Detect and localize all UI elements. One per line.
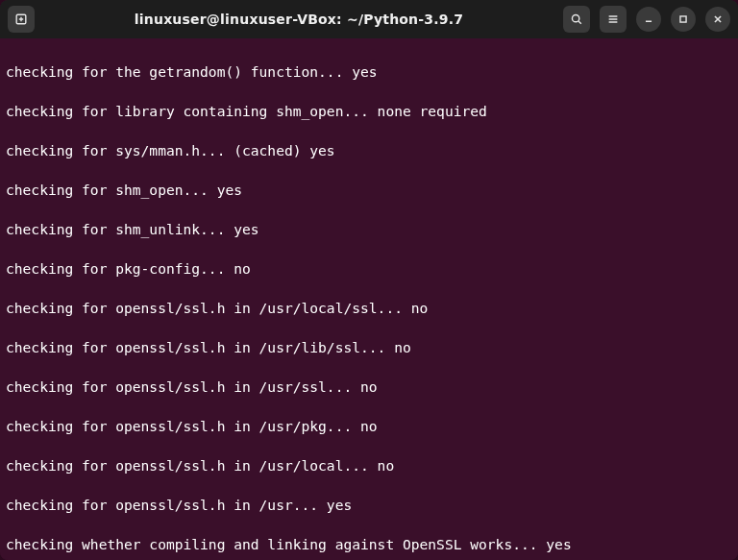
svg-line-4 xyxy=(578,21,581,24)
terminal-line: checking for openssl/ssl.h in /usr/ssl..… xyxy=(6,377,732,398)
terminal-line: checking for shm_open... yes xyxy=(6,181,732,201)
window-title: linuxuser@linuxuser-VBox: ~/Python-3.9.7 xyxy=(42,12,555,27)
search-button[interactable] xyxy=(563,6,590,33)
terminal-line: checking for openssl/ssl.h in /usr/pkg..… xyxy=(6,417,732,437)
terminal-line: checking for openssl/ssl.h in /usr/local… xyxy=(6,456,732,476)
titlebar-left xyxy=(8,6,35,33)
svg-point-3 xyxy=(572,14,578,21)
titlebar-right xyxy=(563,6,730,33)
terminal-line: checking whether compiling and linking a… xyxy=(6,535,732,555)
terminal-window: linuxuser@linuxuser-VBox: ~/Python-3.9.7… xyxy=(0,0,738,560)
terminal-line: checking for pkg-config... no xyxy=(6,259,732,280)
close-button[interactable] xyxy=(705,7,730,32)
terminal-body[interactable]: checking for the getrandom() function...… xyxy=(0,38,738,560)
minimize-button[interactable] xyxy=(636,7,661,32)
terminal-line: checking for library containing shm_open… xyxy=(6,102,732,122)
svg-rect-9 xyxy=(680,16,686,22)
terminal-line: checking for sys/mman.h... (cached) yes xyxy=(6,141,732,161)
new-tab-button[interactable] xyxy=(8,6,35,33)
terminal-line: checking for the getrandom() function...… xyxy=(6,62,732,83)
maximize-button[interactable] xyxy=(671,7,696,32)
terminal-line: checking for openssl/ssl.h in /usr... ye… xyxy=(6,496,732,516)
terminal-line: checking for openssl/ssl.h in /usr/lib/s… xyxy=(6,338,732,358)
menu-button[interactable] xyxy=(600,6,627,33)
titlebar: linuxuser@linuxuser-VBox: ~/Python-3.9.7 xyxy=(0,0,738,38)
terminal-line: checking for openssl/ssl.h in /usr/local… xyxy=(6,299,732,319)
terminal-line: checking for shm_unlink... yes xyxy=(6,220,732,240)
